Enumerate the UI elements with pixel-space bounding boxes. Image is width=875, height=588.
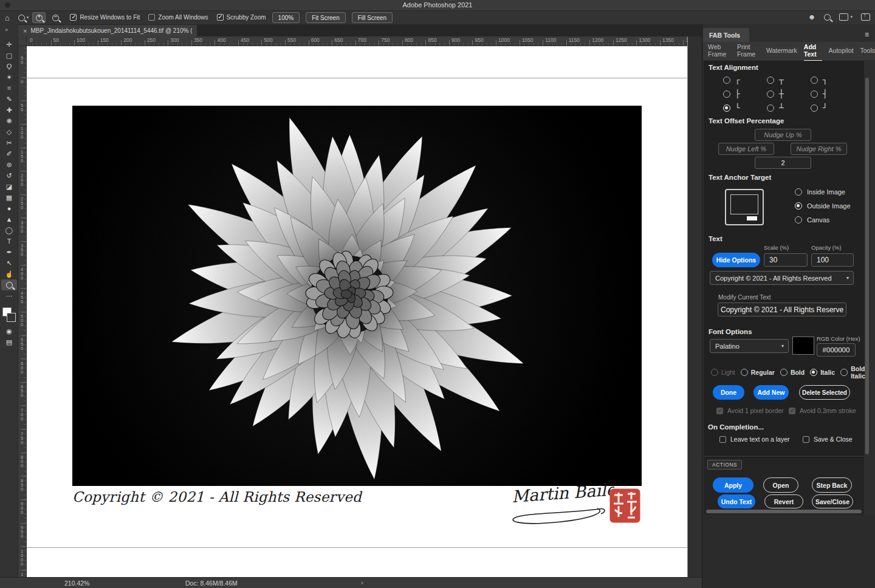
tab-autopilot[interactable]: Autopilot	[829, 47, 854, 56]
actions-scrollbar-thumb[interactable]	[706, 510, 862, 513]
gradient-tool[interactable]: ▦	[0, 192, 18, 203]
zoom-tool-preset-icon[interactable]: ▾	[18, 15, 29, 21]
radio-icon[interactable]	[741, 369, 748, 376]
spot-healing-tool[interactable]: ✚	[0, 104, 18, 115]
step-back-button[interactable]: Step Back	[812, 477, 852, 493]
healing-brush-tool[interactable]: ❋	[0, 115, 18, 126]
fit-screen-button[interactable]: Fit Screen	[306, 12, 346, 23]
radio-icon[interactable]	[795, 188, 802, 196]
radio-icon[interactable]	[811, 77, 818, 84]
panel-menu-icon[interactable]: ≡	[865, 30, 869, 39]
dodge-tool[interactable]: ◯	[0, 225, 18, 236]
account-icon[interactable]: ☻	[808, 13, 816, 21]
marquee-tool[interactable]: ▢	[0, 50, 18, 61]
align-option-7[interactable]: ┴	[767, 101, 811, 115]
patch-tool[interactable]: ◇	[0, 126, 18, 137]
text-preset-dropdown[interactable]: Copyright © 2021 - All Rights Reserved ▾	[710, 271, 854, 285]
fill-screen-button[interactable]: Fill Screen	[352, 12, 393, 23]
nudge-down-input[interactable]	[755, 157, 811, 169]
apply-button[interactable]: Apply	[713, 477, 753, 493]
status-chevron-icon[interactable]: ›	[361, 579, 363, 586]
align-option-3[interactable]: ├	[723, 87, 767, 101]
clone-stamp-tool[interactable]: ⊛	[0, 159, 18, 170]
font-color-swatch[interactable]	[792, 337, 814, 355]
done-button[interactable]: Done	[713, 385, 744, 400]
search-icon[interactable]	[824, 14, 831, 21]
close-tab-icon[interactable]: ×	[23, 27, 27, 35]
type-tool[interactable]: T	[0, 236, 18, 247]
tab-tools[interactable]: Tools	[860, 47, 875, 56]
save-close-button[interactable]: Save/Close	[812, 494, 853, 508]
tab-web-frame[interactable]: Web Frame	[708, 43, 730, 60]
tab-watermark[interactable]: Watermark	[766, 47, 797, 56]
panel-scrollbar-thumb[interactable]	[865, 78, 869, 454]
checkbox-save-close[interactable]: Save & Close	[803, 436, 853, 443]
zoom-out-button[interactable]: −	[49, 13, 61, 22]
document-tab[interactable]: × MBP_Jindaishokubutsukouen_20141114_544…	[18, 25, 197, 36]
radio-outside-image[interactable]: Outside Image	[795, 202, 851, 210]
share-icon[interactable]: ↑	[861, 13, 870, 21]
radio-icon[interactable]	[795, 216, 802, 224]
sharpen-tool[interactable]: ▲	[0, 214, 18, 225]
modify-current-text-input[interactable]	[718, 303, 846, 316]
hex-color-input[interactable]	[817, 343, 856, 357]
nudge-right-input[interactable]	[791, 143, 847, 155]
home-icon[interactable]: ⌂	[5, 13, 10, 22]
undo-text-button[interactable]: Undo Text	[718, 494, 755, 508]
radio-icon[interactable]	[711, 369, 718, 376]
nudge-up-input[interactable]	[755, 129, 811, 141]
align-option-0[interactable]: ┌	[723, 73, 767, 87]
100-button[interactable]: 100%	[272, 12, 300, 23]
canvas-viewport[interactable]: Copyright © 2021 - All Rights Reserved M…	[27, 46, 687, 577]
add-new-button[interactable]: Add New	[753, 385, 789, 400]
background-color-swatch[interactable]	[7, 313, 16, 322]
radio-icon[interactable]	[780, 369, 787, 376]
radio-icon[interactable]	[840, 369, 848, 376]
nudge-left-input[interactable]	[718, 143, 774, 155]
font-family-dropdown[interactable]: Palatino ▾	[710, 339, 789, 353]
checkbox-box[interactable]	[789, 408, 795, 414]
align-option-8[interactable]: ┘	[811, 101, 854, 115]
tab-print-frame[interactable]: Print Frame	[737, 43, 760, 60]
checkbox-scrubby-zoom[interactable]: Scrubby Zoom	[217, 14, 266, 21]
radio-icon[interactable]	[810, 369, 817, 376]
radio-icon[interactable]	[723, 77, 730, 84]
radio-icon[interactable]	[795, 202, 802, 210]
align-option-4[interactable]: ┼	[767, 87, 811, 101]
style-regular[interactable]: Regular	[741, 369, 775, 376]
radio-canvas[interactable]: Canvas	[795, 216, 829, 224]
align-option-5[interactable]: ┤	[811, 87, 854, 101]
slice-tool[interactable]: ✂	[0, 137, 18, 148]
radio-icon[interactable]	[811, 104, 818, 112]
brush-tool[interactable]: ✐	[0, 148, 18, 159]
radio-icon[interactable]	[723, 104, 730, 112]
move-tool[interactable]: ✛	[0, 39, 18, 50]
radio-icon[interactable]	[767, 104, 774, 112]
zoom-tool[interactable]	[1, 279, 17, 290]
checkbox-zoom-all-windows[interactable]: Zoom All Windows	[148, 14, 208, 21]
tab-add-text[interactable]: Add Text	[804, 43, 822, 60]
align-option-6[interactable]: └	[723, 101, 767, 115]
workspace-switcher[interactable]: ▾	[839, 13, 853, 21]
revert-button[interactable]: Revert	[764, 494, 803, 508]
zoom-percentage-field[interactable]: 210.42%	[64, 579, 89, 587]
fab-tools-panel-tab[interactable]: FAB Tools	[703, 28, 749, 42]
style-light[interactable]: Light	[711, 369, 735, 376]
hide-options-button[interactable]: Hide Options	[712, 253, 760, 267]
toolbar-collapse-chevrons[interactable]: »	[0, 24, 18, 36]
radio-icon[interactable]	[723, 91, 730, 98]
crop-tool[interactable]: ⌗	[0, 83, 18, 94]
radio-inside-image[interactable]: Inside Image	[795, 188, 845, 196]
screen-mode-button[interactable]: ▤	[0, 337, 18, 347]
style-bold-italic[interactable]: Bold Italic	[840, 365, 865, 380]
scale-input[interactable]	[764, 253, 808, 267]
open-button[interactable]: Open	[763, 477, 798, 493]
checkbox-box[interactable]	[716, 408, 723, 414]
lasso-tool[interactable]: Ϙ	[0, 61, 18, 72]
pen-tool[interactable]: ✒	[0, 247, 18, 258]
align-option-2[interactable]: ┐	[811, 73, 854, 87]
hand-tool[interactable]: ☝	[0, 268, 18, 279]
checkbox-avoid-0-3mm-stroke[interactable]: Avoid 0.3mm stroke	[789, 407, 856, 414]
eraser-tool[interactable]: ◪	[0, 181, 18, 192]
radio-icon[interactable]	[811, 91, 818, 98]
